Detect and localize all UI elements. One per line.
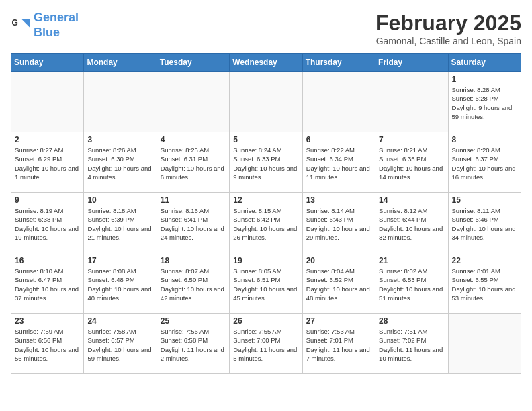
day-number: 22 bbox=[452, 256, 517, 265]
day-number: 5 bbox=[233, 135, 298, 144]
day-info: Sunrise: 8:18 AM Sunset: 6:39 PM Dayligh… bbox=[87, 206, 152, 242]
day-number: 8 bbox=[452, 135, 517, 144]
calendar-cell: 4Sunrise: 8:25 AM Sunset: 6:31 PM Daylig… bbox=[157, 132, 229, 193]
day-info: Sunrise: 8:07 AM Sunset: 6:50 PM Dayligh… bbox=[161, 267, 226, 302]
svg-marker-1 bbox=[22, 19, 30, 28]
calendar-week-row: 2Sunrise: 8:27 AM Sunset: 6:29 PM Daylig… bbox=[11, 132, 521, 193]
day-number: 17 bbox=[87, 256, 152, 265]
calendar-cell bbox=[11, 72, 84, 132]
day-number: 7 bbox=[379, 135, 444, 144]
day-info: Sunrise: 8:24 AM Sunset: 6:33 PM Dayligh… bbox=[233, 146, 298, 181]
calendar-cell: 14Sunrise: 8:12 AM Sunset: 6:44 PM Dayli… bbox=[375, 193, 448, 253]
day-number: 4 bbox=[161, 135, 226, 144]
title-block: February 2025 Gamonal, Castille and Leon… bbox=[375, 11, 521, 46]
calendar-cell bbox=[84, 72, 157, 132]
day-number: 25 bbox=[161, 316, 226, 326]
calendar-cell: 6Sunrise: 8:22 AM Sunset: 6:34 PM Daylig… bbox=[302, 132, 375, 193]
day-number: 10 bbox=[87, 195, 152, 205]
day-info: Sunrise: 8:19 AM Sunset: 6:38 PM Dayligh… bbox=[15, 206, 80, 242]
calendar-cell bbox=[302, 72, 375, 132]
calendar-cell: 12Sunrise: 8:15 AM Sunset: 6:42 PM Dayli… bbox=[230, 193, 302, 253]
calendar-week-row: 16Sunrise: 8:10 AM Sunset: 6:47 PM Dayli… bbox=[11, 253, 521, 314]
day-info: Sunrise: 8:21 AM Sunset: 6:35 PM Dayligh… bbox=[379, 146, 444, 181]
day-number: 12 bbox=[233, 195, 298, 205]
calendar-cell: 19Sunrise: 8:05 AM Sunset: 6:51 PM Dayli… bbox=[230, 253, 302, 314]
day-number: 18 bbox=[161, 256, 226, 265]
day-info: Sunrise: 7:55 AM Sunset: 7:00 PM Dayligh… bbox=[233, 327, 298, 363]
day-number: 16 bbox=[15, 256, 80, 265]
day-info: Sunrise: 7:51 AM Sunset: 7:02 PM Dayligh… bbox=[379, 327, 444, 363]
location-title: Gamonal, Castille and Leon, Spain bbox=[375, 36, 521, 46]
day-info: Sunrise: 8:11 AM Sunset: 6:46 PM Dayligh… bbox=[452, 206, 517, 242]
day-info: Sunrise: 8:02 AM Sunset: 6:53 PM Dayligh… bbox=[379, 267, 444, 302]
calendar-week-row: 23Sunrise: 7:59 AM Sunset: 6:56 PM Dayli… bbox=[11, 314, 521, 374]
weekday-header-tuesday: Tuesday bbox=[157, 54, 229, 72]
calendar-cell bbox=[375, 72, 448, 132]
day-number: 28 bbox=[379, 316, 444, 326]
day-number: 6 bbox=[306, 135, 371, 144]
day-info: Sunrise: 8:08 AM Sunset: 6:48 PM Dayligh… bbox=[87, 267, 152, 302]
day-number: 20 bbox=[306, 256, 371, 265]
calendar-header: SundayMondayTuesdayWednesdayThursdayFrid… bbox=[11, 54, 521, 72]
day-number: 11 bbox=[161, 195, 226, 205]
calendar-week-row: 9Sunrise: 8:19 AM Sunset: 6:38 PM Daylig… bbox=[11, 193, 521, 253]
calendar-cell: 27Sunrise: 7:53 AM Sunset: 7:01 PM Dayli… bbox=[302, 314, 375, 374]
month-title: February 2025 bbox=[375, 11, 521, 36]
day-info: Sunrise: 8:26 AM Sunset: 6:30 PM Dayligh… bbox=[87, 146, 152, 181]
logo-text: General Blue bbox=[34, 11, 79, 40]
calendar-cell: 5Sunrise: 8:24 AM Sunset: 6:33 PM Daylig… bbox=[230, 132, 302, 193]
day-number: 15 bbox=[452, 195, 517, 205]
day-info: Sunrise: 8:12 AM Sunset: 6:44 PM Dayligh… bbox=[379, 206, 444, 242]
calendar-cell: 3Sunrise: 8:26 AM Sunset: 6:30 PM Daylig… bbox=[84, 132, 157, 193]
page-header: G General Blue February 2025 Gamonal, Ca… bbox=[11, 11, 521, 46]
calendar-cell: 7Sunrise: 8:21 AM Sunset: 6:35 PM Daylig… bbox=[375, 132, 448, 193]
weekday-header-thursday: Thursday bbox=[302, 54, 375, 72]
calendar-cell: 1Sunrise: 8:28 AM Sunset: 6:28 PM Daylig… bbox=[448, 72, 521, 132]
day-info: Sunrise: 8:04 AM Sunset: 6:52 PM Dayligh… bbox=[306, 267, 371, 302]
logo-icon: G bbox=[11, 15, 31, 36]
day-number: 3 bbox=[87, 135, 152, 144]
day-info: Sunrise: 8:28 AM Sunset: 6:28 PM Dayligh… bbox=[452, 85, 517, 121]
calendar-cell: 22Sunrise: 8:01 AM Sunset: 6:55 PM Dayli… bbox=[448, 253, 521, 314]
day-info: Sunrise: 7:53 AM Sunset: 7:01 PM Dayligh… bbox=[306, 327, 371, 363]
day-info: Sunrise: 8:14 AM Sunset: 6:43 PM Dayligh… bbox=[306, 206, 371, 242]
weekday-header-monday: Monday bbox=[84, 54, 157, 72]
day-info: Sunrise: 8:01 AM Sunset: 6:55 PM Dayligh… bbox=[452, 267, 517, 302]
calendar-cell: 18Sunrise: 8:07 AM Sunset: 6:50 PM Dayli… bbox=[157, 253, 229, 314]
calendar-cell: 24Sunrise: 7:58 AM Sunset: 6:57 PM Dayli… bbox=[84, 314, 157, 374]
calendar-cell: 10Sunrise: 8:18 AM Sunset: 6:39 PM Dayli… bbox=[84, 193, 157, 253]
calendar-table: SundayMondayTuesdayWednesdayThursdayFrid… bbox=[11, 53, 521, 374]
day-number: 19 bbox=[233, 256, 298, 265]
weekday-header-saturday: Saturday bbox=[448, 54, 521, 72]
logo: G General Blue bbox=[11, 11, 79, 40]
day-number: 2 bbox=[15, 135, 80, 144]
day-number: 23 bbox=[15, 316, 80, 326]
calendar-cell: 15Sunrise: 8:11 AM Sunset: 6:46 PM Dayli… bbox=[448, 193, 521, 253]
day-info: Sunrise: 8:25 AM Sunset: 6:31 PM Dayligh… bbox=[161, 146, 226, 181]
calendar-cell bbox=[157, 72, 229, 132]
day-number: 9 bbox=[15, 195, 80, 205]
weekday-header-wednesday: Wednesday bbox=[230, 54, 302, 72]
day-number: 27 bbox=[306, 316, 371, 326]
day-info: Sunrise: 8:05 AM Sunset: 6:51 PM Dayligh… bbox=[233, 267, 298, 302]
day-number: 1 bbox=[452, 75, 517, 84]
day-number: 14 bbox=[379, 195, 444, 205]
day-info: Sunrise: 7:56 AM Sunset: 6:58 PM Dayligh… bbox=[161, 327, 226, 363]
calendar-cell: 11Sunrise: 8:16 AM Sunset: 6:41 PM Dayli… bbox=[157, 193, 229, 253]
day-info: Sunrise: 7:58 AM Sunset: 6:57 PM Dayligh… bbox=[87, 327, 152, 363]
weekday-header-sunday: Sunday bbox=[11, 54, 84, 72]
calendar-cell: 23Sunrise: 7:59 AM Sunset: 6:56 PM Dayli… bbox=[11, 314, 84, 374]
day-number: 13 bbox=[306, 195, 371, 205]
calendar-cell: 17Sunrise: 8:08 AM Sunset: 6:48 PM Dayli… bbox=[84, 253, 157, 314]
day-info: Sunrise: 8:22 AM Sunset: 6:34 PM Dayligh… bbox=[306, 146, 371, 181]
calendar-cell: 2Sunrise: 8:27 AM Sunset: 6:29 PM Daylig… bbox=[11, 132, 84, 193]
day-number: 21 bbox=[379, 256, 444, 265]
weekday-header-row: SundayMondayTuesdayWednesdayThursdayFrid… bbox=[11, 54, 521, 72]
calendar-cell: 25Sunrise: 7:56 AM Sunset: 6:58 PM Dayli… bbox=[157, 314, 229, 374]
day-number: 26 bbox=[233, 316, 298, 326]
calendar-cell: 28Sunrise: 7:51 AM Sunset: 7:02 PM Dayli… bbox=[375, 314, 448, 374]
day-info: Sunrise: 7:59 AM Sunset: 6:56 PM Dayligh… bbox=[15, 327, 80, 363]
calendar-cell: 16Sunrise: 8:10 AM Sunset: 6:47 PM Dayli… bbox=[11, 253, 84, 314]
calendar-cell bbox=[448, 314, 521, 374]
calendar-cell bbox=[230, 72, 302, 132]
